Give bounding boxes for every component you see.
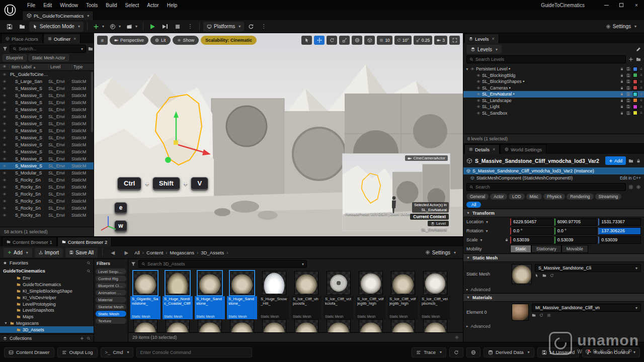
eye-icon[interactable] bbox=[0, 108, 9, 112]
levels-search[interactable] bbox=[466, 55, 626, 63]
asset-search[interactable]: ▾ bbox=[138, 260, 307, 268]
outliner-row[interactable]: S_Rocky_Sn SL_Envi StaticM bbox=[0, 176, 94, 184]
mobility-option[interactable]: Static bbox=[510, 245, 531, 253]
location-label[interactable]: Location▾ bbox=[466, 219, 509, 224]
console-input-wrap[interactable] bbox=[136, 347, 252, 357]
grid-snap-control[interactable]: 10 bbox=[377, 36, 392, 45]
eye-icon[interactable] bbox=[0, 171, 9, 175]
details-category-chip[interactable]: LOD bbox=[509, 194, 524, 200]
filter-icon[interactable] bbox=[131, 261, 136, 266]
stop-button[interactable] bbox=[172, 22, 183, 32]
scalability-badge[interactable]: Scalability: Cinematic bbox=[201, 36, 257, 45]
revision-control-dropdown[interactable]: Revision Control▾ bbox=[582, 347, 640, 357]
outliner-row[interactable]: S_Massive_S SL_Envi StaticM bbox=[0, 92, 94, 99]
menu-item[interactable]: Tools bbox=[82, 3, 102, 8]
browse-mode-button[interactable] bbox=[17, 22, 28, 32]
viewport-menu-button[interactable]: ≡ bbox=[97, 36, 108, 45]
use-selected-icon[interactable] bbox=[535, 274, 539, 278]
breadcrumb-item[interactable]: Content bbox=[146, 250, 163, 255]
folder-tree-item[interactable]: ▼ KI_SimpleBlockingShape bbox=[0, 288, 94, 295]
component-row[interactable]: StaticMeshComponent (StaticMeshComponent… bbox=[463, 174, 644, 182]
eye-icon[interactable] bbox=[0, 136, 9, 140]
eye-icon[interactable] bbox=[476, 105, 480, 109]
eye-icon[interactable] bbox=[0, 143, 9, 147]
menu-item[interactable]: Actor bbox=[143, 3, 163, 8]
camera-speed-control[interactable]: 3 bbox=[434, 36, 447, 45]
outliner-row[interactable]: S_Massive_S SL_Envi StaticM bbox=[0, 141, 94, 148]
level-row[interactable]: ▼ SL_BlockingShapes ≡ bbox=[463, 78, 644, 85]
save-icon[interactable] bbox=[626, 111, 630, 115]
asset-tile[interactable]: S_Ice_Cliff_vdfjegtib_high Static Mesh bbox=[355, 270, 387, 319]
materials-section-header[interactable]: ▼Materials bbox=[463, 293, 644, 302]
folder-tree-item[interactable]: ▼ KI_VisDevHelper bbox=[0, 294, 94, 301]
insights-button[interactable] bbox=[449, 347, 463, 357]
details-all-chip[interactable]: All bbox=[466, 202, 481, 208]
eye-icon[interactable] bbox=[476, 92, 480, 96]
eye-icon[interactable] bbox=[0, 94, 9, 98]
level-color-swatch[interactable] bbox=[633, 98, 637, 103]
outliner-row[interactable]: S_Rocky_Sn SL_Envi StaticM bbox=[0, 184, 94, 191]
outliner-row[interactable]: S_Modular_S SL_Envi StaticM bbox=[0, 169, 94, 176]
eye-icon[interactable] bbox=[0, 192, 9, 196]
details-category-chip[interactable]: Streaming bbox=[595, 194, 622, 200]
scale-z-field[interactable]: 0.53039 bbox=[598, 236, 641, 244]
output-log-button[interactable]: Output Log bbox=[57, 347, 98, 357]
outliner-filter-chip[interactable]: Static Mesh Actor bbox=[29, 54, 69, 61]
drag-handle[interactable]: ≡ bbox=[640, 98, 642, 103]
lock-icon[interactable] bbox=[620, 67, 624, 71]
material-combo[interactable]: MI_Massive_Sandstone_Cliff_vn▾ bbox=[532, 304, 641, 312]
outliner-row[interactable]: S_Massive_S SL_Envi StaticM bbox=[0, 99, 94, 106]
drag-handle[interactable]: ≡ bbox=[640, 67, 642, 71]
lock-icon[interactable] bbox=[620, 79, 624, 83]
recompile-button[interactable] bbox=[246, 22, 257, 32]
outliner-column-header[interactable]: Item Label ▲ Level Type bbox=[0, 63, 94, 71]
asset-tile[interactable]: S_Ice_Cliff_vdfjegtib_high Static Mesh bbox=[387, 270, 419, 319]
menu-item[interactable]: Edit bbox=[39, 3, 56, 8]
eye-icon[interactable] bbox=[0, 86, 9, 90]
scrollbar[interactable] bbox=[91, 72, 93, 132]
outliner-row[interactable]: S_Rocky_Sn SL_Envi StaticM bbox=[0, 212, 94, 219]
drag-handle[interactable]: ≡ bbox=[640, 73, 642, 77]
add-icon[interactable] bbox=[80, 336, 84, 340]
platforms-dropdown[interactable]: Platforms ▾ bbox=[203, 22, 244, 32]
asset-thumbnail[interactable] bbox=[423, 319, 447, 332]
grid-icon[interactable] bbox=[547, 313, 551, 317]
instance-row[interactable]: S_Massive_Sandstone_Cliff_vmodcha_lod3_V… bbox=[463, 167, 644, 174]
eye-icon[interactable] bbox=[476, 73, 480, 77]
trace-dropdown[interactable]: Trace▾ bbox=[412, 347, 446, 357]
filter-pill[interactable]: Animation Seque bbox=[96, 290, 126, 296]
target-button[interactable] bbox=[466, 347, 480, 357]
outliner-row[interactable]: S_Large_San SL_Envi StaticM bbox=[0, 78, 94, 85]
browse-to-asset-icon[interactable] bbox=[532, 313, 536, 317]
camera-preview[interactable]: CineCameraActor FilmbackPreset: 16:9 DSL… bbox=[342, 153, 450, 231]
asset-thumbnail[interactable] bbox=[198, 319, 222, 332]
lock-icon[interactable] bbox=[620, 73, 624, 77]
favorites-header[interactable]: Favorites bbox=[0, 259, 94, 267]
browse-icon[interactable] bbox=[628, 158, 633, 163]
filter-pill[interactable]: Static Mesh bbox=[96, 311, 126, 317]
drag-handle[interactable]: ≡ bbox=[640, 105, 642, 109]
eye-icon[interactable] bbox=[476, 86, 480, 90]
back-button[interactable]: ◀ bbox=[107, 247, 118, 257]
cmd-dropdown[interactable]: >_Cmd▾ bbox=[101, 347, 134, 357]
gear-icon[interactable] bbox=[636, 185, 641, 190]
save-icon[interactable] bbox=[626, 73, 630, 77]
derived-data-dropdown[interactable]: Derived Data▾ bbox=[484, 347, 534, 357]
level-color-swatch[interactable] bbox=[633, 67, 637, 71]
filter-pill[interactable]: Skeletal Mesh bbox=[96, 304, 126, 310]
project-root-header[interactable]: GuideToCinematics bbox=[0, 267, 94, 275]
show-dropdown[interactable]: Show bbox=[173, 36, 199, 45]
level-row[interactable]: ▼ SL_Sandbox ≡ bbox=[463, 110, 644, 117]
filter-icon[interactable] bbox=[3, 46, 8, 51]
tab-place-actors[interactable]: Place Actors bbox=[1, 34, 43, 43]
selection-mode-dropdown[interactable]: Selection Mode ▾ bbox=[29, 22, 84, 32]
scale-snap-control[interactable]: 0.25 bbox=[414, 36, 433, 45]
eye-icon[interactable] bbox=[476, 99, 480, 103]
eye-icon[interactable] bbox=[0, 79, 9, 83]
chevron-down-icon[interactable]: ▼ bbox=[465, 67, 470, 71]
outliner-row[interactable]: S_Rocky_Sn SL_Envi StaticM bbox=[0, 205, 94, 212]
folder-tree-item[interactable]: ▼ LevelPrototyping bbox=[0, 301, 94, 307]
save-icon[interactable] bbox=[626, 92, 630, 96]
cb-add-button[interactable]: Add▾ bbox=[4, 248, 32, 257]
asset-thumbnail[interactable] bbox=[359, 319, 383, 332]
